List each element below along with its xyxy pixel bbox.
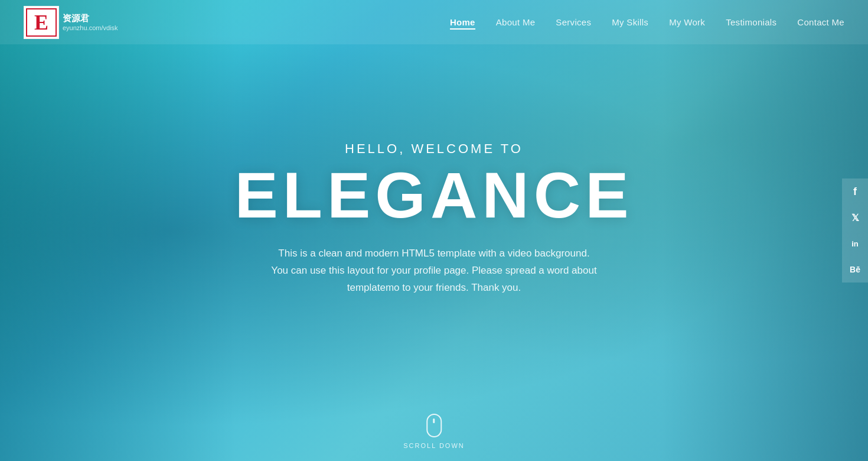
social-facebook-button[interactable]: f (842, 178, 868, 204)
twitter-icon: 𝕏 (851, 212, 859, 223)
hero-description: This is a clean and modern HTML5 templat… (269, 245, 599, 297)
logo-text: 资源君 eyunzhu.com/vdisk (63, 13, 118, 31)
nav-item-services[interactable]: Services (556, 17, 591, 28)
linkedin-icon: in (851, 239, 859, 248)
logo-chinese-name: 资源君 (63, 13, 118, 24)
nav-item-home[interactable]: Home (450, 17, 475, 28)
nav-link-work[interactable]: My Work (669, 17, 705, 27)
scroll-label: SCROLL DOWN (403, 442, 465, 449)
social-linkedin-button[interactable]: in (842, 230, 868, 257)
nav-item-skills[interactable]: My Skills (612, 17, 648, 28)
nav-link-contact[interactable]: Contact Me (797, 17, 844, 27)
nav-link-skills[interactable]: My Skills (612, 17, 648, 27)
mouse-icon (426, 414, 442, 437)
nav-link-services[interactable]: Services (556, 17, 591, 27)
bg-left-overlay (0, 0, 236, 461)
social-twitter-button[interactable]: 𝕏 (842, 204, 868, 230)
logo-url: eyunzhu.com/vdisk (63, 24, 118, 31)
logo-outline (26, 8, 57, 37)
hero-section: E 资源君 eyunzhu.com/vdisk Home About Me Se… (0, 0, 868, 461)
nav-item-work[interactable]: My Work (669, 17, 705, 28)
nav-link-about[interactable]: About Me (496, 17, 536, 27)
nav-links: Home About Me Services My Skills My Work… (450, 17, 844, 28)
hero-subtitle: HELLO, WELCOME TO (227, 141, 641, 157)
hero-title: ELEGANCE (227, 163, 641, 228)
bg-right-overlay (661, 0, 868, 461)
nav-link-home[interactable]: Home (450, 17, 475, 27)
logo[interactable]: E 资源君 eyunzhu.com/vdisk (24, 6, 118, 39)
nav-item-testimonials[interactable]: Testimonials (726, 17, 776, 28)
logo-box: E (24, 6, 59, 39)
social-behance-button[interactable]: Bē (842, 257, 868, 283)
nav-item-contact[interactable]: Contact Me (797, 17, 844, 28)
behance-icon: Bē (850, 265, 860, 274)
scroll-down[interactable]: SCROLL DOWN (403, 414, 465, 449)
nav-link-testimonials[interactable]: Testimonials (726, 17, 776, 27)
mouse-wheel (433, 418, 435, 423)
navbar: E 资源君 eyunzhu.com/vdisk Home About Me Se… (0, 0, 868, 44)
nav-item-about[interactable]: About Me (496, 17, 536, 28)
hero-content: HELLO, WELCOME TO ELEGANCE This is a cle… (227, 141, 641, 297)
facebook-icon: f (853, 186, 857, 198)
social-sidebar: f 𝕏 in Bē (842, 178, 868, 283)
